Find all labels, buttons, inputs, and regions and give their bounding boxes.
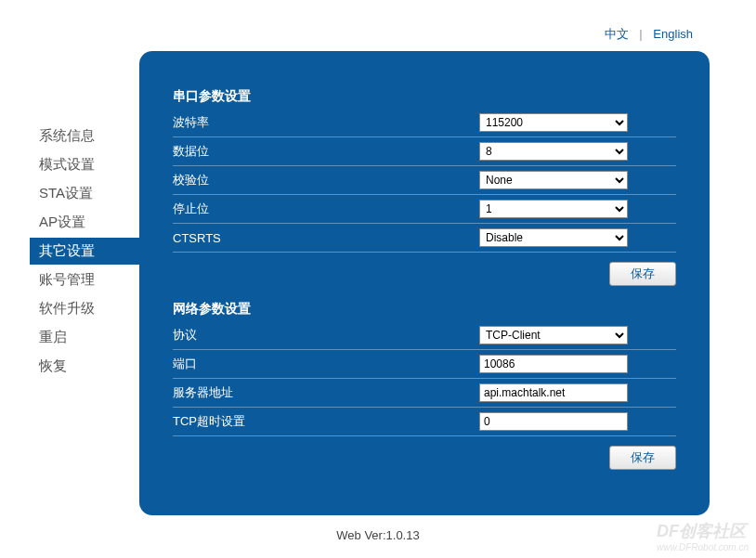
label-parity: 校验位 (173, 172, 479, 188)
sidebar-item-account[interactable]: 账号管理 (30, 266, 139, 293)
label-timeout: TCP超时设置 (173, 413, 479, 430)
lang-en-link[interactable]: English (645, 27, 700, 41)
row-baud: 波特率 115200 (173, 109, 676, 137)
sidebar-item-sta-settings[interactable]: STA设置 (30, 180, 139, 207)
input-server[interactable] (479, 383, 628, 402)
row-parity: 校验位 None (173, 166, 676, 195)
label-protocol: 协议 (173, 327, 479, 344)
lang-zh-link[interactable]: 中文 (597, 27, 636, 41)
serial-section-title: 串口参数设置 (173, 88, 676, 105)
row-timeout: TCP超时设置 (173, 408, 676, 436)
label-baud: 波特率 (173, 114, 479, 131)
save-net-button[interactable]: 保存 (609, 446, 676, 470)
row-databits: 数据位 8 (173, 137, 676, 166)
save-serial-button[interactable]: 保存 (609, 262, 676, 286)
select-baud[interactable]: 115200 (479, 113, 628, 132)
footer-version: Web Ver:1.0.13 (0, 515, 756, 542)
select-databits[interactable]: 8 (479, 142, 628, 161)
sidebar-item-other-settings[interactable]: 其它设置 (30, 238, 139, 265)
sidebar-item-upgrade[interactable]: 软件升级 (30, 295, 139, 322)
watermark-sub: www.DFRobot.com.cn (657, 542, 749, 552)
label-stopbits: 停止位 (173, 201, 479, 217)
label-ctsrts: CTSRTS (173, 231, 479, 245)
sidebar: 系统信息 模式设置 STA设置 AP设置 其它设置 账号管理 软件升级 重启 恢… (0, 51, 139, 515)
select-ctsrts[interactable]: Disable (479, 228, 628, 247)
row-port: 端口 (173, 350, 676, 379)
select-parity[interactable]: None (479, 171, 628, 189)
row-stopbits: 停止位 1 (173, 195, 676, 224)
select-stopbits[interactable]: 1 (479, 200, 628, 218)
label-databits: 数据位 (173, 143, 479, 160)
row-server: 服务器地址 (173, 379, 676, 408)
sidebar-item-reboot[interactable]: 重启 (30, 324, 139, 351)
label-port: 端口 (173, 356, 479, 372)
language-bar: 中文 | English (597, 26, 700, 43)
settings-panel: 串口参数设置 波特率 115200 数据位 8 校验位 None 停止位 1 C… (139, 51, 710, 515)
label-server: 服务器地址 (173, 384, 479, 401)
row-protocol: 协议 TCP-Client (173, 321, 676, 350)
net-section-title: 网络参数设置 (173, 301, 676, 318)
select-protocol[interactable]: TCP-Client (479, 326, 628, 344)
sidebar-item-system-info[interactable]: 系统信息 (30, 123, 139, 149)
sidebar-item-mode-settings[interactable]: 模式设置 (30, 151, 139, 178)
input-timeout[interactable] (479, 412, 628, 431)
row-ctsrts: CTSRTS Disable (173, 224, 676, 253)
sidebar-item-restore[interactable]: 恢复 (30, 353, 139, 380)
input-port[interactable] (479, 355, 628, 373)
sidebar-item-ap-settings[interactable]: AP设置 (30, 209, 139, 236)
lang-separator: | (639, 27, 642, 41)
